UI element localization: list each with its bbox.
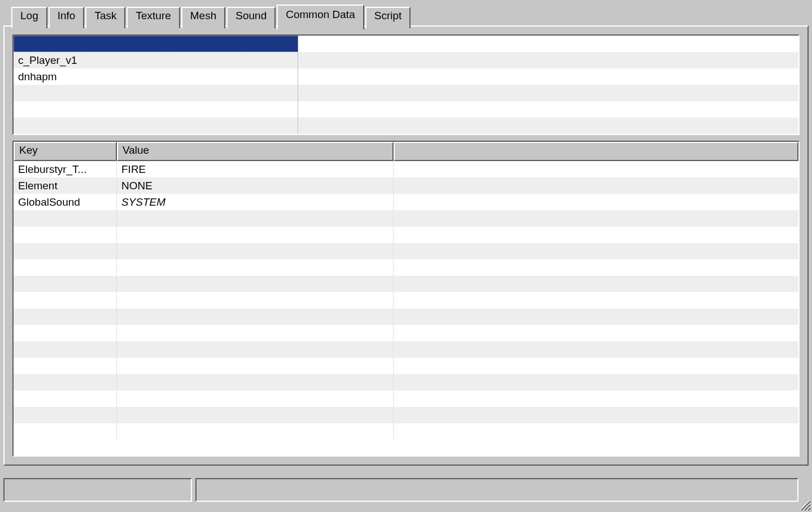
list-cell-extra (298, 52, 798, 68)
cell-fill (394, 276, 798, 292)
cell-value: SYSTEM (117, 194, 394, 210)
cell-key (14, 227, 117, 243)
tab-strip: LogInfoTaskTextureMeshSoundCommon DataSc… (11, 5, 812, 27)
cell-value: NONE (117, 177, 394, 194)
table-row[interactable] (14, 259, 798, 276)
table-row[interactable] (14, 341, 798, 358)
column-header-fill (394, 142, 798, 161)
tab-label: Task (94, 10, 116, 21)
table-row[interactable] (14, 210, 798, 227)
cell-fill (394, 161, 798, 177)
tab-log[interactable]: Log (11, 7, 47, 28)
cell-fill (394, 309, 798, 325)
status-pane-2 (195, 478, 798, 502)
column-header-value[interactable]: Value (117, 142, 394, 161)
tab-label: Texture (136, 10, 171, 21)
table-row[interactable] (14, 390, 798, 407)
tab-common-data[interactable]: Common Data (277, 5, 364, 29)
cell-key (14, 259, 117, 276)
cell-fill (394, 423, 798, 440)
list-cell-name (14, 118, 298, 134)
cell-fill (394, 210, 798, 227)
cell-fill (394, 341, 798, 358)
cell-key (14, 407, 117, 423)
cell-value (117, 374, 394, 390)
keyvalue-panel[interactable]: Key Value Eleburstyr_T...FIREElementNONE… (12, 141, 800, 457)
tab-label: Info (58, 10, 76, 21)
table-row[interactable] (14, 358, 798, 374)
cell-key (14, 374, 117, 390)
list-cell-name: c_Player_v1 (14, 52, 298, 68)
cell-key (14, 243, 117, 259)
table-row[interactable]: GlobalSoundSYSTEM (14, 194, 798, 210)
cell-key (14, 292, 117, 309)
tab-label: Sound (235, 10, 267, 21)
column-header-key[interactable]: Key (14, 142, 117, 161)
list-cell-extra (298, 85, 798, 101)
table-row[interactable] (14, 292, 798, 309)
table-row[interactable] (14, 374, 798, 390)
table-row[interactable] (14, 309, 798, 325)
upper-list-panel[interactable]: c_Player_v1dnhapm (12, 34, 800, 135)
cell-value (117, 259, 394, 276)
table-row[interactable]: ElementNONE (14, 177, 798, 194)
table-row[interactable] (14, 276, 798, 292)
cell-value (117, 407, 394, 423)
table-row[interactable]: Eleburstyr_T...FIRE (14, 161, 798, 177)
cell-fill (394, 177, 798, 194)
list-cell-extra (298, 68, 798, 85)
tab-sound[interactable]: Sound (226, 7, 276, 28)
tab-texture[interactable]: Texture (126, 7, 180, 28)
tab-label: Common Data (286, 8, 355, 20)
status-pane-1 (3, 478, 192, 502)
tab-script[interactable]: Script (365, 7, 411, 28)
cell-fill (394, 194, 798, 210)
cell-value (117, 358, 394, 374)
resize-grip-icon[interactable] (798, 498, 811, 511)
tab-task[interactable]: Task (85, 7, 125, 28)
cell-value: FIRE (117, 161, 394, 177)
cell-fill (394, 390, 798, 407)
cell-value (117, 243, 394, 259)
list-item[interactable] (14, 36, 798, 52)
cell-fill (394, 407, 798, 423)
cell-key: GlobalSound (14, 194, 117, 210)
cell-value (117, 390, 394, 407)
cell-key (14, 358, 117, 374)
list-item[interactable] (14, 85, 798, 101)
list-cell-name (14, 36, 298, 52)
cell-key (14, 210, 117, 227)
tab-label: Mesh (190, 10, 216, 21)
table-row[interactable] (14, 325, 798, 341)
cell-fill (394, 374, 798, 390)
list-cell-extra (298, 101, 798, 118)
cell-fill (394, 358, 798, 374)
upper-list: c_Player_v1dnhapm (14, 36, 798, 134)
cell-value (117, 341, 394, 358)
cell-key (14, 390, 117, 407)
cell-fill (394, 325, 798, 341)
table-row[interactable] (14, 423, 798, 440)
list-cell-name: dnhapm (14, 68, 298, 85)
cell-value (117, 292, 394, 309)
list-cell-name (14, 85, 298, 101)
list-cell-extra (298, 36, 798, 52)
table-row[interactable] (14, 407, 798, 423)
cell-fill (394, 227, 798, 243)
cell-key: Eleburstyr_T... (14, 161, 117, 177)
keyvalue-header: Key Value (14, 142, 798, 161)
table-row[interactable] (14, 243, 798, 259)
table-row[interactable] (14, 227, 798, 243)
tab-info[interactable]: Info (49, 7, 85, 28)
tab-label: Script (374, 10, 402, 21)
cell-value (117, 309, 394, 325)
cell-key (14, 423, 117, 440)
list-item[interactable] (14, 118, 798, 134)
cell-value (117, 325, 394, 341)
tab-page: c_Player_v1dnhapm Key Value Eleburstyr_T… (3, 25, 809, 466)
list-item[interactable]: dnhapm (14, 68, 798, 85)
list-item[interactable]: c_Player_v1 (14, 52, 798, 68)
list-item[interactable] (14, 101, 798, 118)
cell-key (14, 325, 117, 341)
tab-mesh[interactable]: Mesh (181, 7, 225, 28)
